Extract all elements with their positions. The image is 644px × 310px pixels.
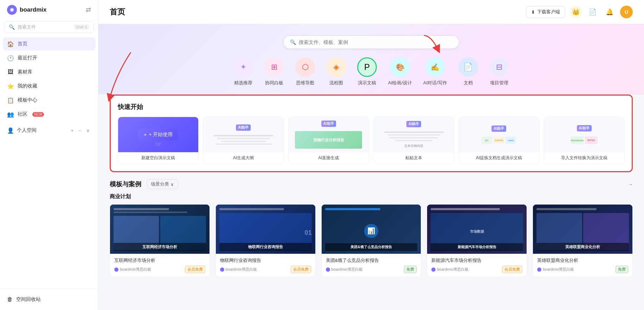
hero-nav-featured-label: 精选推荐 bbox=[234, 80, 252, 86]
template-card-t2[interactable]: 物联网行业咨询报告 01 物联网行业咨询报告 boardmix博思白板 会员免费 bbox=[215, 204, 316, 277]
ai-outline-tag: AI助手 bbox=[236, 124, 251, 131]
download-label: 下载客户端 bbox=[537, 9, 560, 15]
template-source-t4: boardmix博思白板 bbox=[431, 267, 468, 272]
sidebar-item-templates[interactable]: 📋 模板中心 bbox=[3, 93, 95, 107]
template-meta-t1: boardmix博思白板 会员免费 bbox=[114, 266, 205, 273]
sidebar-label-recent: 最近打开 bbox=[18, 55, 37, 61]
hero-banner: 🔍 ✦ 精选推荐 ⊞ 协同白板 bbox=[98, 24, 644, 95]
template-badge-t3: 免费 bbox=[404, 266, 417, 273]
boardmix-logo-small bbox=[114, 267, 118, 272]
template-name-t2: 物联网行业咨询报告 bbox=[220, 257, 311, 264]
quick-card-paste-text[interactable]: AI助手 文本示例内容 粘贴文本 bbox=[373, 117, 454, 164]
notification-icon-button[interactable]: 🔔 bbox=[603, 6, 616, 18]
template-thumb-t4: 市场数据 新能源汽车市场分析报告 bbox=[427, 205, 527, 254]
sidebar-search-box[interactable]: 🔍 搜索文件 Shift S bbox=[4, 21, 94, 33]
flowchart-icon: ◈ bbox=[333, 63, 339, 72]
hero-nav-flowchart-label: 流程图 bbox=[329, 80, 343, 86]
paste-text-tag: AI助手 bbox=[406, 121, 421, 127]
new-blank-label: 新建空白演示文稿 bbox=[118, 152, 198, 164]
template-card-t1[interactable]: 互联网经济市场分析 互联网经济市场分析 boardmix博思白板 会员免费 bbox=[110, 204, 210, 277]
hero-nav-project[interactable]: ⊟ 项目管理 bbox=[489, 57, 509, 86]
page-title: 首页 bbox=[110, 7, 125, 17]
hero-search-input[interactable] bbox=[299, 39, 452, 45]
template-thumb-t1: 互联网经济市场分析 bbox=[110, 205, 210, 254]
template-meta-t3: boardmix博思白板 免费 bbox=[326, 266, 417, 273]
recycle-bin-item[interactable]: 🗑 空间回收站 bbox=[3, 293, 95, 306]
paste-text-thumb: AI助手 文本示例内容 bbox=[374, 117, 454, 152]
template-card-t3[interactable]: 📊 美团&饿了么竞品分析报告 美团&饿了么竞品分析报告 boardmix博思白板… bbox=[321, 204, 421, 277]
community-badge: NEW bbox=[32, 112, 44, 117]
template-name-t4: 新能源汽车市场分析报告 bbox=[431, 257, 522, 264]
boardmix-logo-small-t5 bbox=[537, 267, 541, 272]
scene-filter-button[interactable]: 场景分类 ∨ bbox=[147, 179, 178, 189]
quick-card-ai-refine[interactable]: AI助手 M↓ XMIND word AI提炼文档生成演示文稿 bbox=[458, 117, 539, 164]
sidebar-collapse-icon[interactable]: ⇄ bbox=[86, 6, 91, 14]
template-name-t3: 美团&饿了么竞品分析报告 bbox=[326, 257, 417, 264]
sidebar-item-assets[interactable]: 🖼 素材库 bbox=[3, 65, 95, 79]
quick-card-ai-direct[interactable]: AI助手 宠物行业分析报告 AI直接生成 bbox=[288, 117, 369, 164]
hero-nav-mindmap[interactable]: ⬡ 思维导图 bbox=[295, 57, 315, 86]
ai-direct-tag: AI助手 bbox=[321, 121, 336, 127]
personal-space-actions: + ··· ∨ bbox=[69, 127, 91, 134]
ai-outline-label: AI生成大纲 bbox=[203, 152, 283, 164]
more-space-icon[interactable]: ··· bbox=[76, 127, 83, 134]
t4-label: 新能源汽车市场分析报告 bbox=[431, 243, 523, 251]
hero-nav-whiteboard[interactable]: ⊞ 协同白板 bbox=[264, 57, 284, 86]
quick-card-import-file[interactable]: AI助手 Markdown PPTX 导入文件转换为演示文稿 bbox=[544, 117, 625, 164]
sidebar-label-community: 社区 bbox=[18, 111, 27, 117]
docs-icon: 📄 bbox=[463, 63, 473, 72]
hero-nav-docs[interactable]: 📄 文档 bbox=[458, 57, 478, 86]
main-header: 首页 ⬇ 下载客户端 👑 📄 🔔 U bbox=[98, 0, 644, 24]
quick-start-grid: + + 开始使用 ☞ 新建空白演示文稿 AI助手 AI生成大纲 bbox=[118, 117, 625, 164]
user-avatar-button[interactable]: U bbox=[620, 6, 633, 18]
boardmix-logo-small-t3 bbox=[326, 267, 330, 272]
file-icon-button[interactable]: 📄 bbox=[586, 6, 599, 18]
person-icon: 👤 bbox=[7, 127, 14, 134]
paste-text-label: 粘贴文本 bbox=[374, 152, 454, 164]
hero-search-box[interactable]: 🔍 bbox=[283, 35, 459, 49]
sidebar-item-recent[interactable]: 🕐 最近打开 bbox=[3, 51, 95, 65]
hero-nav-mindmap-label: 思维导图 bbox=[296, 80, 314, 86]
hero-nav-whiteboard-label: 协同白板 bbox=[265, 80, 283, 86]
personal-space-section: 👤 个人空间 + ··· ∨ bbox=[3, 124, 95, 137]
recycle-label: 空间回收站 bbox=[16, 296, 41, 303]
add-space-icon[interactable]: + bbox=[69, 127, 75, 134]
plus-icon: + bbox=[144, 132, 147, 137]
personal-space-header[interactable]: 👤 个人空间 + ··· ∨ bbox=[3, 124, 95, 137]
search-icon: 🔍 bbox=[9, 24, 15, 30]
template-card-t5[interactable]: 英雄联盟商业化分析 英雄联盟商业化分析 boardmix博思白板 免费 bbox=[533, 204, 633, 277]
assets-icon: 🖼 bbox=[7, 69, 14, 76]
start-using-button[interactable]: + + 开始使用 bbox=[138, 129, 178, 141]
template-info-t4: 新能源汽车市场分析报告 boardmix博思白板 会员免费 bbox=[427, 254, 527, 277]
template-card-t4[interactable]: 市场数据 新能源汽车市场分析报告 新能源汽车市场分析报告 boardmix博思白… bbox=[427, 204, 527, 277]
chevron-down-icon: ∨ bbox=[170, 182, 174, 187]
sidebar: boardmix ⇄ 🔍 搜索文件 Shift S 🏠 首页 🕐 最近打开 🖼 … bbox=[0, 0, 98, 310]
search-placeholder: 搜索文件 bbox=[18, 24, 71, 30]
hero-nav-featured[interactable]: ✦ 精选推荐 bbox=[233, 57, 253, 86]
expand-space-icon[interactable]: ∨ bbox=[85, 127, 91, 134]
sidebar-item-favorites[interactable]: ⭐ 我的收藏 bbox=[3, 79, 95, 93]
more-templates-link[interactable]: → bbox=[628, 182, 633, 187]
crown-icon-button[interactable]: 👑 bbox=[569, 6, 582, 18]
template-meta-t2: boardmix博思白板 会员免费 bbox=[220, 266, 311, 273]
quick-start-title: 快速开始 bbox=[118, 103, 625, 111]
template-name-t1: 互联网经济市场分析 bbox=[114, 257, 205, 264]
hero-nav-slides[interactable]: P 演示文稿 bbox=[357, 57, 377, 86]
t1-label: 互联网经济市场分析 bbox=[114, 243, 206, 251]
sidebar-label-home: 首页 bbox=[18, 41, 27, 47]
hero-nav-ai-chat[interactable]: ✍ AI对话/写作 bbox=[423, 57, 447, 86]
sidebar-item-community[interactable]: 👥 社区 NEW bbox=[3, 108, 95, 121]
hero-nav-flowchart[interactable]: ◈ 流程图 bbox=[326, 57, 346, 86]
hero-nav-ai-draw[interactable]: 🎨 AI绘画/设计 bbox=[388, 57, 412, 86]
ai-direct-label: AI直接生成 bbox=[289, 152, 369, 164]
clock-icon: 🕐 bbox=[7, 54, 14, 62]
mindmap-icon: ⬡ bbox=[302, 63, 309, 72]
quick-card-new-blank[interactable]: + + 开始使用 ☞ 新建空白演示文稿 bbox=[118, 117, 199, 164]
download-client-button[interactable]: ⬇ 下载客户端 bbox=[526, 6, 565, 18]
quick-start-container: 快速开始 + + 开始使用 ☞ 新建空白演示文稿 AI助手 bbox=[110, 95, 633, 172]
sidebar-logo-area: boardmix ⇄ bbox=[0, 0, 98, 20]
quick-card-ai-outline[interactable]: AI助手 AI生成大纲 bbox=[203, 117, 284, 164]
template-name-t5: 英雄联盟商业化分析 bbox=[537, 257, 628, 264]
sidebar-item-home[interactable]: 🏠 首页 bbox=[3, 37, 95, 51]
ai-refine-tag: AI助手 bbox=[491, 125, 506, 132]
